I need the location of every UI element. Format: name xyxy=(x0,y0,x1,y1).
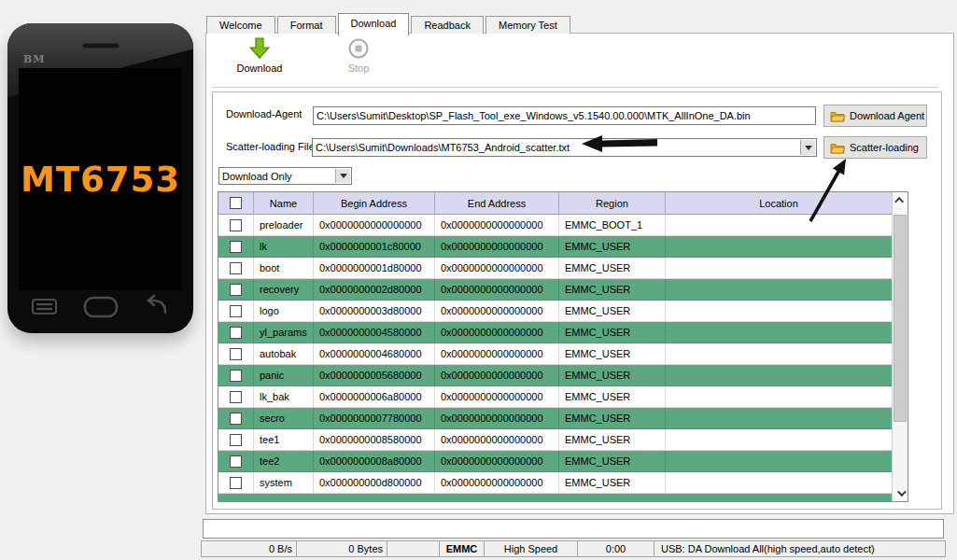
cell-end-address: 0x0000000000000000 xyxy=(435,301,559,321)
table-row[interactable]: lk 0x0000000001c80000 0x0000000000000000… xyxy=(218,236,892,258)
table-row[interactable]: autobak 0x0000000004680000 0x00000000000… xyxy=(218,343,892,365)
cell-region: EMMC_USER xyxy=(559,386,666,407)
cell-region: EMMC_USER xyxy=(559,236,666,257)
row-checkbox-cell xyxy=(218,408,254,428)
row-checkbox[interactable] xyxy=(230,305,242,317)
chevron-down-icon xyxy=(805,146,812,150)
cell-location xyxy=(666,429,892,450)
mode-combobox-dropdown[interactable] xyxy=(335,169,350,183)
cell-begin-address: 0x0000000003d80000 xyxy=(314,301,435,321)
phone-model-label: MT6753 xyxy=(21,160,180,200)
cell-region: EMMC_USER xyxy=(559,279,666,300)
table-row[interactable]: boot 0x0000000001d80000 0x00000000000000… xyxy=(218,258,892,279)
tab[interactable]: Memory Test xyxy=(486,16,570,34)
row-checkbox[interactable] xyxy=(230,348,242,360)
download-agent-label: Download-Agent xyxy=(226,108,302,121)
row-checkbox[interactable] xyxy=(230,455,242,468)
cell-region: EMMC_USER xyxy=(559,258,666,278)
select-all-checkbox[interactable] xyxy=(230,197,242,209)
tab[interactable]: Format xyxy=(277,16,336,34)
tab[interactable]: Readback xyxy=(411,16,484,34)
download-agent-browse-label: Download Agent xyxy=(850,110,924,121)
cell-location xyxy=(666,365,892,385)
menu-icon xyxy=(33,300,56,314)
scatter-combobox-dropdown[interactable] xyxy=(800,140,815,155)
cell-location xyxy=(666,343,892,364)
download-mode-combobox[interactable]: Download Only xyxy=(218,167,352,185)
cell-end-address: 0x0000000000000000 xyxy=(435,472,559,493)
table-row[interactable]: yl_params 0x0000000004580000 0x000000000… xyxy=(218,322,892,343)
cell-begin-address: 0x0000000008580000 xyxy=(314,429,435,450)
row-checkbox[interactable] xyxy=(230,241,242,253)
scatter-loading-browse-button[interactable]: Scatter-loading xyxy=(823,136,927,159)
table-header-row: Name Begin Address End Address Region Lo… xyxy=(218,192,892,215)
stop-button[interactable]: Stop xyxy=(326,37,391,84)
tab-label: Memory Test xyxy=(499,20,557,31)
cell-name: boot xyxy=(254,258,314,278)
cell-end-address: 0x0000000000000000 xyxy=(435,386,559,407)
cell-name: lk_bak xyxy=(254,386,314,407)
scrollbar-down-button[interactable] xyxy=(893,485,908,501)
table-row[interactable]: panic 0x0000000005680000 0x0000000000000… xyxy=(218,365,892,386)
table-row[interactable]: preloader 0x0000000000000000 0x000000000… xyxy=(218,215,892,236)
table-scrollbar[interactable] xyxy=(892,192,908,501)
cell-name: lk xyxy=(254,236,314,257)
phone-brand-label: BM xyxy=(23,53,45,65)
download-button[interactable]: Download xyxy=(227,37,292,84)
cell-name: secro xyxy=(254,408,314,428)
progress-bar xyxy=(203,519,944,539)
scatter-loading-label: Scatter-loading File xyxy=(226,141,315,154)
table-row[interactable]: lk_bak 0x0000000006a80000 0x000000000000… xyxy=(218,386,892,408)
tab[interactable]: Welcome xyxy=(206,16,275,34)
scrollbar-thumb[interactable] xyxy=(894,215,907,422)
row-checkbox[interactable] xyxy=(230,413,242,425)
row-checkbox-cell xyxy=(218,279,254,300)
cell-end-address: 0x0000000000000000 xyxy=(435,215,559,235)
toolbar-divider xyxy=(212,87,938,88)
cell-end-address: 0x0000000000000000 xyxy=(435,451,559,471)
row-checkbox-cell xyxy=(218,236,254,257)
row-checkbox[interactable] xyxy=(230,477,242,489)
row-checkbox[interactable] xyxy=(230,327,242,339)
row-checkbox[interactable] xyxy=(230,262,242,274)
phone-screen: MT6753 xyxy=(19,68,182,290)
row-checkbox-cell xyxy=(218,365,254,385)
scrollbar-up-button[interactable] xyxy=(893,192,908,208)
download-mode-value: Download Only xyxy=(222,171,292,182)
row-checkbox[interactable] xyxy=(230,219,242,231)
cell-region: EMMC_USER xyxy=(559,343,666,364)
phone-image: BM MT6753 xyxy=(7,23,193,333)
table-row[interactable]: tee1 0x0000000008580000 0x00000000000000… xyxy=(218,429,892,451)
home-icon xyxy=(85,298,117,316)
tab[interactable]: Download xyxy=(338,13,410,35)
cell-name: yl_params xyxy=(254,322,314,343)
cell-region: EMMC_USER xyxy=(559,301,666,321)
cell-region: EMMC_USER xyxy=(559,322,666,343)
scatter-file-path: C:\Users\Sumit\Downloads\MT6753_Android_… xyxy=(316,142,570,153)
scatter-file-combobox[interactable]: C:\Users\Sumit\Downloads\MT6753_Android_… xyxy=(312,138,817,157)
row-checkbox[interactable] xyxy=(230,284,242,296)
cell-end-address: 0x0000000000000000 xyxy=(435,279,559,300)
download-agent-field[interactable]: C:\Users\Sumit\Desktop\SP_Flash_Tool_exe… xyxy=(313,106,816,125)
row-checkbox[interactable] xyxy=(230,391,242,403)
cell-region: EMMC_USER xyxy=(559,365,666,385)
row-checkbox[interactable] xyxy=(230,434,242,446)
cell-end-address: 0x0000000000000000 xyxy=(435,258,559,278)
row-checkbox[interactable] xyxy=(230,370,242,382)
table-row[interactable]: secro 0x0000000007780000 0x0000000000000… xyxy=(218,408,892,429)
gray-stop-circle-icon xyxy=(347,37,370,60)
cell-begin-address: 0x0000000005680000 xyxy=(314,365,435,385)
folder-icon xyxy=(830,110,845,122)
header-begin-address: Begin Address xyxy=(314,192,435,215)
phone-nav-buttons xyxy=(7,290,193,328)
cell-location xyxy=(666,386,892,407)
table-row[interactable]: tee2 0x0000000008a80000 0x00000000000000… xyxy=(218,451,892,472)
table-row[interactable]: logo 0x0000000003d80000 0x00000000000000… xyxy=(218,301,892,322)
cell-location xyxy=(666,322,892,343)
cell-name: panic xyxy=(254,365,314,385)
download-agent-browse-button[interactable]: Download Agent xyxy=(823,105,927,127)
download-tab-panel: Download Stop Download-Agent C:\Users\Su… xyxy=(205,33,954,514)
table-row[interactable]: recovery 0x0000000002d80000 0x0000000000… xyxy=(218,279,892,301)
cell-region: EMMC_USER xyxy=(559,429,666,450)
table-row[interactable]: system 0x000000000d800000 0x000000000000… xyxy=(218,472,892,494)
